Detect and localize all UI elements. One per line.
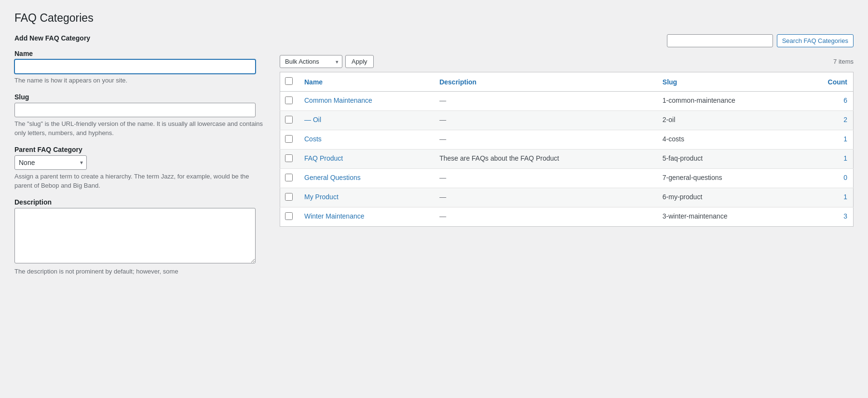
bulk-actions-area: Bulk Actions ▾ Apply [280, 55, 374, 68]
page-title: FAQ Categories [14, 12, 854, 25]
row-checkbox[interactable] [285, 96, 293, 104]
category-name-link[interactable]: General Questions [304, 174, 361, 181]
row-checkbox-cell [280, 92, 299, 111]
category-name-link[interactable]: Costs [304, 135, 322, 143]
row-count-cell: 1 [800, 188, 853, 207]
row-name-cell: General Questions [298, 169, 434, 188]
row-description-cell: — [434, 188, 657, 207]
row-checkbox-cell [280, 150, 299, 169]
row-slug-cell: 5-faq-product [657, 150, 800, 169]
row-description-cell: — [434, 130, 657, 150]
name-input[interactable] [14, 59, 256, 74]
row-name-cell: — Oil [298, 111, 434, 130]
description-field-group: Description The description is not promi… [14, 198, 265, 276]
row-count-cell: 1 [800, 150, 853, 169]
col-description-header[interactable]: Description [434, 72, 657, 92]
row-count-cell: 3 [800, 207, 853, 227]
row-checkbox-cell [280, 111, 299, 130]
row-name-cell: FAQ Product [298, 150, 434, 169]
row-slug-cell: 6-my-product [657, 188, 800, 207]
slug-label: Slug [14, 93, 265, 101]
row-slug-cell: 3-winter-maintenance [657, 207, 800, 227]
row-checkbox[interactable] [285, 174, 293, 181]
count-link[interactable]: 0 [843, 174, 847, 181]
row-checkbox[interactable] [285, 154, 293, 162]
row-checkbox[interactable] [285, 116, 293, 124]
categories-table-panel: Search FAQ Categories Bulk Actions ▾ App… [280, 34, 854, 227]
col-count-header[interactable]: Count [800, 72, 853, 92]
table-row: Winter Maintenance—3-winter-maintenance3 [280, 207, 854, 227]
apply-button[interactable]: Apply [345, 55, 374, 68]
row-slug-cell: 2-oil [657, 111, 800, 130]
row-count-cell: 6 [800, 92, 853, 111]
parent-field-group: Parent FAQ Category None ▾ Assign a pare… [14, 146, 265, 191]
row-slug-cell: 1-common-maintenance [657, 92, 800, 111]
table-row: — Oil—2-oil2 [280, 111, 854, 130]
description-hint: The description is not prominent by defa… [14, 267, 265, 276]
row-checkbox[interactable] [285, 193, 293, 201]
row-description-cell: — [434, 92, 657, 111]
row-name-cell: My Product [298, 188, 434, 207]
add-new-title: Add New FAQ Category [14, 34, 265, 42]
search-input[interactable] [667, 34, 773, 47]
parent-hint: Assign a parent term to create a hierarc… [14, 172, 265, 191]
table-row: Costs—4-costs1 [280, 130, 854, 150]
table-row: Common Maintenance—1-common-maintenance6 [280, 92, 854, 111]
col-slug-header[interactable]: Slug [657, 72, 800, 92]
table-row: General Questions—7-general-questions0 [280, 169, 854, 188]
row-description-cell: — [434, 169, 657, 188]
description-textarea[interactable] [14, 208, 256, 263]
slug-hint: The "slug" is the URL-friendly version o… [14, 119, 265, 138]
select-all-checkbox[interactable] [285, 77, 293, 85]
row-description-cell: — [434, 207, 657, 227]
count-link[interactable]: 1 [843, 135, 847, 143]
row-slug-cell: 4-costs [657, 130, 800, 150]
slug-field-group: Slug The "slug" is the URL-friendly vers… [14, 93, 265, 138]
category-name-link[interactable]: Common Maintenance [304, 96, 372, 104]
slug-input[interactable] [14, 103, 256, 117]
col-name-header[interactable]: Name [298, 72, 434, 92]
bulk-actions-select[interactable]: Bulk Actions [280, 55, 342, 68]
table-actions-bar: Bulk Actions ▾ Apply 7 items [280, 55, 854, 68]
category-name-link[interactable]: FAQ Product [304, 154, 343, 162]
row-count-cell: 2 [800, 111, 853, 130]
count-link[interactable]: 1 [843, 154, 847, 162]
count-link[interactable]: 3 [843, 212, 847, 220]
count-link[interactable]: 1 [843, 193, 847, 201]
bulk-actions-select-wrapper: Bulk Actions ▾ [280, 55, 342, 68]
row-checkbox-cell [280, 169, 299, 188]
table-header-row: Name Description Slug Count [280, 72, 854, 92]
row-description-cell: — [434, 111, 657, 130]
category-name-link[interactable]: My Product [304, 193, 339, 201]
count-link[interactable]: 2 [843, 116, 847, 124]
row-slug-cell: 7-general-questions [657, 169, 800, 188]
parent-label: Parent FAQ Category [14, 146, 265, 153]
row-checkbox-cell [280, 130, 299, 150]
table-row: My Product—6-my-product1 [280, 188, 854, 207]
row-checkbox[interactable] [285, 212, 293, 220]
row-description-cell: These are FAQs about the FAQ Product [434, 150, 657, 169]
name-label: Name [14, 50, 265, 57]
select-all-column [280, 72, 299, 92]
description-label: Description [14, 198, 265, 206]
row-count-cell: 1 [800, 130, 853, 150]
row-checkbox-cell [280, 207, 299, 227]
row-name-cell: Costs [298, 130, 434, 150]
items-count: 7 items [833, 58, 854, 65]
category-name-link[interactable]: — Oil [304, 116, 321, 124]
parent-select-wrapper: None ▾ [14, 155, 87, 170]
name-hint: The name is how it appears on your site. [14, 76, 265, 85]
row-count-cell: 0 [800, 169, 853, 188]
category-name-link[interactable]: Winter Maintenance [304, 212, 365, 220]
row-checkbox-cell [280, 188, 299, 207]
name-field-group: Name The name is how it appears on your … [14, 50, 265, 85]
table-row: FAQ ProductThese are FAQs about the FAQ … [280, 150, 854, 169]
parent-select[interactable]: None [14, 155, 87, 170]
row-name-cell: Common Maintenance [298, 92, 434, 111]
search-faq-categories-button[interactable]: Search FAQ Categories [777, 34, 854, 47]
row-checkbox[interactable] [285, 135, 293, 143]
row-name-cell: Winter Maintenance [298, 207, 434, 227]
count-link[interactable]: 6 [843, 96, 847, 104]
add-new-panel: Add New FAQ Category Name The name is ho… [14, 34, 265, 284]
search-bar: Search FAQ Categories [280, 34, 854, 47]
